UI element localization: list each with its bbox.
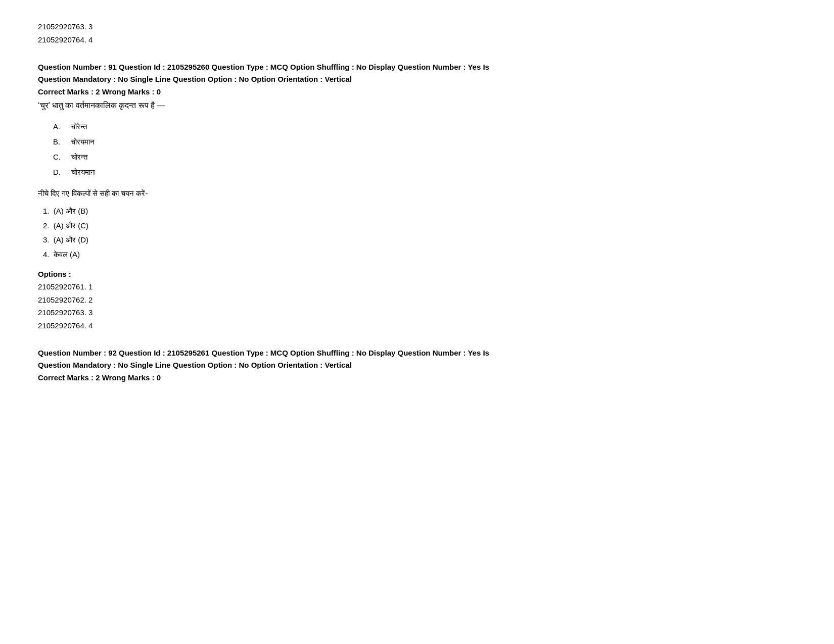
sub-opt-3-text: (A) और (D) <box>54 235 88 244</box>
sub-opt-1-num: 1. <box>43 207 50 215</box>
mcq-opt-d-label: D. <box>53 168 61 176</box>
sub-opt-4-text: केवल (A) <box>54 250 80 259</box>
question-91-sub-options: 1. (A) और (B) 2. (A) और (C) 3. (A) और (D… <box>43 204 796 262</box>
sub-opt-1-text: (A) और (B) <box>54 207 88 215</box>
mcq-opt-b-text: चोरयमान <box>71 137 95 146</box>
sub-opt-1: 1. (A) और (B) <box>43 204 796 219</box>
question-92-header: Question Number : 92 Question Id : 21052… <box>38 347 796 371</box>
sub-opt-4: 4. केवल (A) <box>43 247 796 262</box>
question-92-section: Question Number : 92 Question Id : 21052… <box>38 347 796 382</box>
options-label-91: Options : <box>38 270 796 278</box>
mcq-opt-c-text: चोरन्त <box>71 153 87 161</box>
top-option-3: 21052920763. 3 <box>38 20 796 33</box>
sub-opt-2: 2. (A) और (C) <box>43 219 796 233</box>
question-91-text: ‘चुर’ धातु का वर्तमानकालिक कृदन्त रूप है… <box>38 101 796 110</box>
option-id-3: 21052920763. 3 <box>38 306 796 319</box>
top-option-4: 21052920764. 4 <box>38 33 796 46</box>
top-options-section: 21052920763. 3 21052920764. 4 <box>38 20 796 46</box>
question-92-header-line2: Question Mandatory : No Single Line Ques… <box>38 361 352 369</box>
mcq-opt-a-label: A. <box>53 122 60 131</box>
sub-opt-4-num: 4. <box>43 250 50 259</box>
mcq-opt-d-text: चोरयमान <box>71 168 95 176</box>
mcq-opt-b: B. चोरयमान <box>53 134 796 150</box>
mcq-opt-d: D. चोरयमान <box>53 165 796 180</box>
question-91-header-line1: Question Number : 91 Question Id : 21052… <box>38 63 489 71</box>
question-91-marks: Correct Marks : 2 Wrong Marks : 0 <box>38 87 796 96</box>
question-91-mcq-options: A. चोरेन्त B. चोरयमान C. चोरन्त D. चोरयम… <box>53 119 796 180</box>
sub-opt-3-num: 3. <box>43 235 50 244</box>
option-id-1: 21052920761. 1 <box>38 280 796 293</box>
sub-opt-2-text: (A) और (C) <box>54 221 88 230</box>
sub-opt-2-num: 2. <box>43 221 50 230</box>
question-91-header-line2: Question Mandatory : No Single Line Ques… <box>38 75 352 83</box>
question-91-header: Question Number : 91 Question Id : 21052… <box>38 61 796 85</box>
question-92-header-line1: Question Number : 92 Question Id : 21052… <box>38 349 489 357</box>
mcq-opt-c: C. चोरन्त <box>53 150 796 165</box>
option-id-4: 21052920764. 4 <box>38 319 796 332</box>
question-91-section: Question Number : 91 Question Id : 21052… <box>38 61 796 332</box>
option-ids-91: 21052920761. 1 21052920762. 2 2105292076… <box>38 280 796 332</box>
sub-opt-3: 3. (A) और (D) <box>43 233 796 247</box>
question-91-sub-question: नीचे दिए गए विकल्पों से सही का चयन करें- <box>38 189 796 198</box>
mcq-opt-a-text: चोरेन्त <box>71 122 87 131</box>
mcq-opt-b-label: B. <box>53 137 60 146</box>
question-92-marks: Correct Marks : 2 Wrong Marks : 0 <box>38 373 796 382</box>
mcq-opt-a: A. चोरेन्त <box>53 119 796 134</box>
option-id-2: 21052920762. 2 <box>38 293 796 307</box>
mcq-opt-c-label: C. <box>53 153 61 161</box>
